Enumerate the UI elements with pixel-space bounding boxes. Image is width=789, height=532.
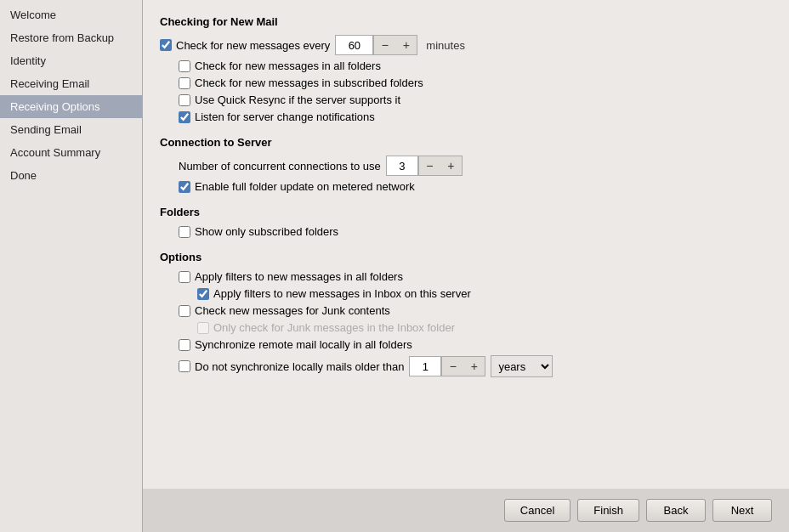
subscribed-only-label[interactable]: Show only subscribed folders <box>179 225 338 238</box>
sidebar-item-account-summary[interactable]: Account Summary <box>0 141 142 164</box>
junk-inbox-only-row: Only check for Junk messages in the Inbo… <box>160 321 772 334</box>
no-sync-row: Do not synchronize locally mails older t… <box>160 355 772 377</box>
apply-all-row: Apply filters to new messages in all fol… <box>160 270 772 283</box>
check-junk-row: Check new messages for Junk contents <box>160 304 772 317</box>
apply-inbox-row: Apply filters to new messages in Inbox o… <box>160 287 772 300</box>
cancel-button[interactable]: Cancel <box>504 499 570 522</box>
check-subscribed-folders-row: Check for new messages in subscribed fol… <box>160 76 772 89</box>
sidebar-item-receiving-email[interactable]: Receiving Email <box>0 72 142 95</box>
sidebar-item-welcome[interactable]: Welcome <box>0 3 142 26</box>
folders-section-title: Folders <box>160 206 772 218</box>
back-button[interactable]: Back <box>646 499 706 522</box>
quick-resync-label[interactable]: Use Quick Resync if the server supports … <box>179 93 400 106</box>
no-sync-increment[interactable]: + <box>463 356 485 376</box>
check-every-label[interactable]: Check for new messages every <box>160 39 330 52</box>
sync-local-row: Synchronize remote mail locally in all f… <box>160 338 772 351</box>
sidebar-item-identity[interactable]: Identity <box>0 49 142 72</box>
check-all-folders-row: Check for new messages in all folders <box>160 59 772 72</box>
check-every-decrement[interactable]: − <box>373 35 395 55</box>
concurrent-increment[interactable]: + <box>440 156 463 176</box>
main-content: Checking for New Mail Check for new mess… <box>143 0 789 489</box>
concurrent-input[interactable] <box>386 156 418 176</box>
no-sync-unit-select[interactable]: years months days <box>491 355 553 377</box>
connection-section-title: Connection to Server <box>160 136 772 149</box>
options-section-title: Options <box>160 251 772 263</box>
check-every-row: Check for new messages every − + minutes <box>160 35 772 55</box>
check-junk-checkbox[interactable] <box>179 305 190 317</box>
subscribed-only-row: Show only subscribed folders <box>160 225 772 238</box>
check-every-checkbox[interactable] <box>160 39 172 51</box>
concurrent-decrement[interactable]: − <box>418 156 440 176</box>
check-subscribed-folders-label[interactable]: Check for new messages in subscribed fol… <box>179 76 423 89</box>
subscribed-only-checkbox[interactable] <box>179 226 190 238</box>
check-every-unit: minutes <box>426 39 465 52</box>
apply-all-checkbox[interactable] <box>179 271 190 283</box>
check-junk-label[interactable]: Check new messages for Junk contents <box>179 304 390 317</box>
check-all-folders-label[interactable]: Check for new messages in all folders <box>179 59 381 72</box>
check-every-spinner: − + <box>335 35 417 55</box>
quick-resync-checkbox[interactable] <box>179 94 190 106</box>
listen-server-label[interactable]: Listen for server change notifications <box>179 110 375 123</box>
check-all-folders-checkbox[interactable] <box>179 60 190 72</box>
quick-resync-row: Use Quick Resync if the server supports … <box>160 93 772 106</box>
sync-local-label[interactable]: Synchronize remote mail locally in all f… <box>179 338 412 351</box>
apply-all-label[interactable]: Apply filters to new messages in all fol… <box>179 270 403 283</box>
full-folder-row: Enable full folder update on metered net… <box>160 180 772 193</box>
sidebar-item-done[interactable]: Done <box>0 164 142 187</box>
check-subscribed-folders-checkbox[interactable] <box>179 77 190 89</box>
junk-inbox-only-checkbox <box>197 322 209 334</box>
listen-server-row: Listen for server change notifications <box>160 110 772 123</box>
sidebar-item-restore[interactable]: Restore from Backup <box>0 26 142 49</box>
no-sync-checkbox[interactable] <box>179 360 190 372</box>
check-every-input[interactable] <box>335 35 373 55</box>
no-sync-label[interactable]: Do not synchronize locally mails older t… <box>179 360 404 373</box>
listen-server-checkbox[interactable] <box>179 111 190 123</box>
junk-inbox-only-label[interactable]: Only check for Junk messages in the Inbo… <box>197 321 455 334</box>
finish-button[interactable]: Finish <box>577 499 639 522</box>
sync-local-checkbox[interactable] <box>179 339 190 351</box>
concurrent-connections-row: Number of concurrent connections to use … <box>160 156 772 176</box>
apply-inbox-checkbox[interactable] <box>197 288 209 300</box>
sidebar-item-receiving-options[interactable]: Receiving Options <box>0 95 142 118</box>
check-every-increment[interactable]: + <box>395 35 417 55</box>
no-sync-decrement[interactable]: − <box>441 356 463 376</box>
next-button[interactable]: Next <box>712 499 772 522</box>
concurrent-spinner: − + <box>386 156 463 176</box>
no-sync-value-input[interactable] <box>409 356 441 376</box>
sidebar: Welcome Restore from Backup Identity Rec… <box>0 0 143 532</box>
no-sync-spinner-group: − + <box>409 356 485 376</box>
full-folder-checkbox[interactable] <box>179 181 190 193</box>
apply-inbox-label[interactable]: Apply filters to new messages in Inbox o… <box>197 287 471 300</box>
checking-section-title: Checking for New Mail <box>160 15 772 28</box>
content-area: Checking for New Mail Check for new mess… <box>143 0 789 532</box>
sidebar-item-sending-email[interactable]: Sending Email <box>0 118 142 141</box>
full-folder-label[interactable]: Enable full folder update on metered net… <box>179 180 415 193</box>
footer: Cancel Finish Back Next <box>143 489 789 532</box>
